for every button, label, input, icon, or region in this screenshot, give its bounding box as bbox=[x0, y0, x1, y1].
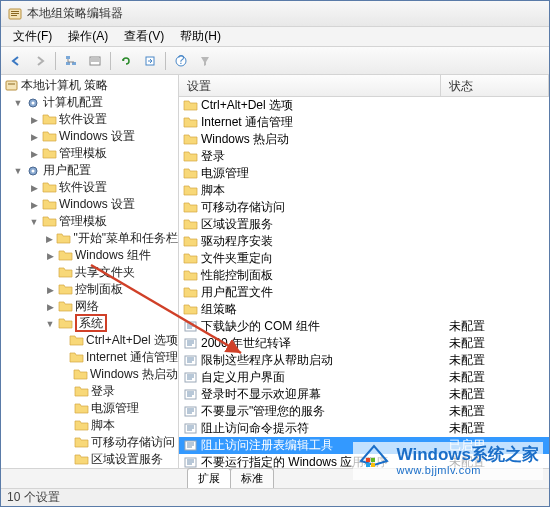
tree-node[interactable]: ▶软件设置 bbox=[1, 111, 178, 128]
list-row[interactable]: 驱动程序安装 bbox=[179, 233, 549, 250]
tree-node-label: 软件设置 bbox=[59, 179, 107, 196]
column-settings[interactable]: 设置 bbox=[179, 75, 441, 96]
tree-node[interactable]: ▶Windows 设置 bbox=[1, 128, 178, 145]
list-row[interactable]: 可移动存储访问 bbox=[179, 199, 549, 216]
folder-icon bbox=[181, 286, 199, 299]
tree-node[interactable]: ▶网络 bbox=[1, 298, 178, 315]
forward-button[interactable] bbox=[29, 50, 51, 72]
expander-icon[interactable]: ▶ bbox=[43, 300, 57, 314]
list-row[interactable]: 电源管理 bbox=[179, 165, 549, 182]
list-row[interactable]: 用户配置文件 bbox=[179, 284, 549, 301]
expander-icon[interactable] bbox=[59, 419, 73, 433]
expander-icon[interactable]: ▶ bbox=[27, 147, 41, 161]
folder-icon bbox=[69, 351, 84, 365]
tree-node[interactable]: ▼系统 bbox=[1, 315, 178, 332]
menu-file[interactable]: 文件(F) bbox=[5, 26, 60, 47]
toolbar-separator bbox=[110, 52, 111, 70]
folder-icon bbox=[69, 334, 84, 348]
tree-node[interactable]: ▶"开始"菜单和任务栏 bbox=[1, 230, 178, 247]
folder-icon bbox=[181, 269, 199, 282]
list-row[interactable]: 组策略 bbox=[179, 301, 549, 318]
tree-node[interactable]: 电源管理 bbox=[1, 400, 178, 417]
expander-icon[interactable]: ▼ bbox=[43, 317, 57, 331]
list-row[interactable]: 不要显示"管理您的服务未配置 bbox=[179, 403, 549, 420]
expander-icon[interactable] bbox=[59, 351, 69, 365]
list-row[interactable]: Windows 热启动 bbox=[179, 131, 549, 148]
expander-icon[interactable]: ▼ bbox=[27, 215, 41, 229]
statusbar: 10 个设置 bbox=[1, 488, 549, 506]
help-button[interactable]: ? bbox=[170, 50, 192, 72]
tree-node[interactable]: 共享文件夹 bbox=[1, 264, 178, 281]
tree-node[interactable]: ▶控制面板 bbox=[1, 281, 178, 298]
list-row[interactable]: 下载缺少的 COM 组件未配置 bbox=[179, 318, 549, 335]
menu-help[interactable]: 帮助(H) bbox=[172, 26, 229, 47]
list-row[interactable]: 自定义用户界面未配置 bbox=[179, 369, 549, 386]
gear-icon bbox=[25, 96, 41, 110]
menu-view[interactable]: 查看(V) bbox=[116, 26, 172, 47]
tree-node-label: 控制面板 bbox=[75, 281, 123, 298]
expander-icon[interactable]: ▶ bbox=[27, 198, 41, 212]
expander-icon[interactable]: ▶ bbox=[43, 249, 57, 263]
folder-icon bbox=[41, 147, 57, 161]
list-row[interactable]: 限制这些程序从帮助启动未配置 bbox=[179, 352, 549, 369]
titlebar[interactable]: 本地组策略编辑器 bbox=[1, 1, 549, 27]
expander-icon[interactable]: ▼ bbox=[11, 164, 25, 178]
tree-node[interactable]: ▶Windows 组件 bbox=[1, 247, 178, 264]
expander-icon[interactable]: ▶ bbox=[43, 232, 56, 246]
tree-node[interactable]: Internet 通信管理 bbox=[1, 349, 178, 366]
list-row[interactable]: 脚本 bbox=[179, 182, 549, 199]
up-button[interactable] bbox=[60, 50, 82, 72]
column-state[interactable]: 状态 bbox=[441, 75, 549, 96]
expander-icon[interactable] bbox=[59, 334, 69, 348]
tree-pane[interactable]: 本地计算机 策略▼计算机配置▶软件设置▶Windows 设置▶管理模板▼用户配置… bbox=[1, 75, 179, 468]
list-pane: 设置 状态 Ctrl+Alt+Del 选项Internet 通信管理Window… bbox=[179, 75, 549, 468]
export-icon bbox=[143, 54, 157, 68]
list-row[interactable]: Ctrl+Alt+Del 选项 bbox=[179, 97, 549, 114]
tree-node[interactable]: Windows 热启动 bbox=[1, 366, 178, 383]
menu-action[interactable]: 操作(A) bbox=[60, 26, 116, 47]
list-row[interactable]: 2000 年世纪转译未配置 bbox=[179, 335, 549, 352]
expander-icon[interactable]: ▶ bbox=[27, 130, 41, 144]
tree-node[interactable]: 脚本 bbox=[1, 417, 178, 434]
list-row[interactable]: 性能控制面板 bbox=[179, 267, 549, 284]
list-row[interactable]: 阻止访问命令提示符未配置 bbox=[179, 420, 549, 437]
expander-icon[interactable] bbox=[59, 402, 73, 416]
refresh-button[interactable] bbox=[115, 50, 137, 72]
tree-root[interactable]: 本地计算机 策略 bbox=[1, 77, 178, 94]
tree-node[interactable]: ▼用户配置 bbox=[1, 162, 178, 179]
expander-icon[interactable] bbox=[59, 368, 73, 382]
expander-icon[interactable] bbox=[43, 266, 57, 280]
tab-extended[interactable]: 扩展 bbox=[187, 468, 231, 488]
tree-node[interactable]: 登录 bbox=[1, 383, 178, 400]
list-row[interactable]: 登录时不显示欢迎屏幕未配置 bbox=[179, 386, 549, 403]
list-row[interactable]: Internet 通信管理 bbox=[179, 114, 549, 131]
expander-icon[interactable]: ▼ bbox=[11, 96, 25, 110]
expander-icon[interactable] bbox=[59, 385, 73, 399]
tree-node[interactable]: ▶Windows 设置 bbox=[1, 196, 178, 213]
tree-node[interactable]: Ctrl+Alt+Del 选项 bbox=[1, 332, 178, 349]
expander-icon[interactable]: ▶ bbox=[27, 113, 41, 127]
list-row[interactable]: 登录 bbox=[179, 148, 549, 165]
list-row[interactable]: 文件夹重定向 bbox=[179, 250, 549, 267]
list-row[interactable]: 区域设置服务 bbox=[179, 216, 549, 233]
export-button[interactable] bbox=[139, 50, 161, 72]
back-button[interactable] bbox=[5, 50, 27, 72]
filter-button[interactable] bbox=[194, 50, 216, 72]
svg-rect-64 bbox=[366, 458, 370, 462]
tree-node[interactable]: ▶软件设置 bbox=[1, 179, 178, 196]
expander-icon[interactable] bbox=[59, 453, 73, 467]
tab-standard[interactable]: 标准 bbox=[230, 468, 274, 488]
expander-icon[interactable]: ▶ bbox=[43, 283, 57, 297]
expander-icon[interactable] bbox=[59, 436, 73, 450]
expander-icon[interactable]: ▶ bbox=[27, 181, 41, 195]
tree-node[interactable]: ▼计算机配置 bbox=[1, 94, 178, 111]
tree-node[interactable]: 可移动存储访问 bbox=[1, 434, 178, 451]
list-body[interactable]: Ctrl+Alt+Del 选项Internet 通信管理Windows 热启动登… bbox=[179, 97, 549, 468]
tree-node[interactable]: 区域设置服务 bbox=[1, 451, 178, 468]
tree-node[interactable]: ▶管理模板 bbox=[1, 145, 178, 162]
folder-icon bbox=[57, 300, 73, 314]
watermark-brand: Windows系统之家 bbox=[397, 446, 539, 465]
tree-node[interactable]: ▼管理模板 bbox=[1, 213, 178, 230]
list-item-label: Windows 热启动 bbox=[199, 131, 441, 148]
properties-button[interactable] bbox=[84, 50, 106, 72]
